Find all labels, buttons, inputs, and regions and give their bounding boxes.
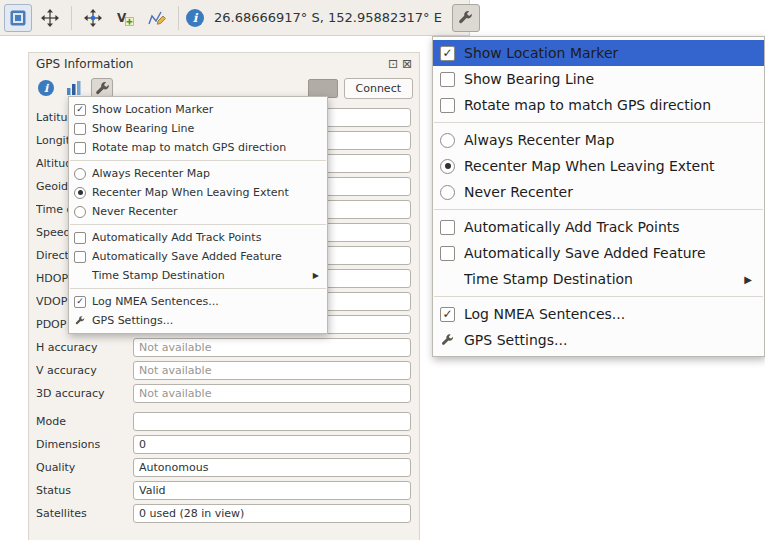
recenter-extent-button[interactable] <box>79 4 107 32</box>
wrench-icon <box>440 333 455 348</box>
menu-item-never-recenter[interactable]: Never Recenter <box>433 179 764 205</box>
submenu-arrow-icon: ▶ <box>744 274 752 285</box>
float-icon[interactable]: ⊡ <box>388 58 398 70</box>
add-track-point-icon <box>147 8 167 28</box>
checkbox-indicator <box>440 72 455 87</box>
checkbox-indicator <box>74 251 86 263</box>
menu-item-automatically-save-added-feature[interactable]: Automatically Save Added Feature <box>69 247 327 266</box>
field-row-mode: Mode <box>36 412 411 431</box>
menu-indent-spacer <box>440 272 455 287</box>
menu-item-log-nmea-sentences[interactable]: ✓Log NMEA Sentences... <box>69 292 327 311</box>
field-value-h-accuracy[interactable] <box>133 338 411 357</box>
checkbox-indicator <box>440 220 455 235</box>
menu-item-always-recenter-map[interactable]: Always Recenter Map <box>433 127 764 153</box>
recenter-map-button[interactable] <box>36 4 64 32</box>
menu-separator <box>434 209 763 210</box>
menu-item-automatically-add-track-points[interactable]: Automatically Add Track Points <box>69 228 327 247</box>
menu-separator <box>434 122 763 123</box>
menu-item-label: GPS Settings... <box>92 314 319 327</box>
menu-item-show-location-marker[interactable]: ✓Show Location Marker <box>69 100 327 119</box>
info-tab-button[interactable]: i <box>35 78 57 98</box>
add-vertex-button[interactable]: V <box>111 4 139 32</box>
toolbar-separator <box>178 6 179 30</box>
menu-item-show-bearing-line[interactable]: Show Bearing Line <box>69 119 327 138</box>
field-label: Quality <box>36 461 133 474</box>
signal-chart-icon <box>66 80 82 96</box>
field-label: V accuracy <box>36 364 133 377</box>
checkbox-indicator <box>440 98 455 113</box>
wrench-icon <box>95 81 110 96</box>
menu-item-rotate-map-to-match-gps-direction[interactable]: Rotate map to match GPS direction <box>69 138 327 157</box>
menu-item-show-bearing-line[interactable]: Show Bearing Line <box>433 66 764 92</box>
gps-coordinates: 26.68666917° S, 152.95882317° E <box>208 10 448 25</box>
menu-item-log-nmea-sentences[interactable]: ✓Log NMEA Sentences... <box>433 301 764 327</box>
gps-connection-icon <box>8 8 28 28</box>
wrench-icon <box>75 315 85 326</box>
add-vertex-icon: V <box>115 8 135 28</box>
checkbox-indicator: ✓ <box>440 46 455 61</box>
menu-item-label: Show Location Marker <box>92 103 319 116</box>
checkbox-indicator <box>440 246 455 261</box>
menu-item-label: Show Bearing Line <box>92 122 319 135</box>
field-value-quality[interactable] <box>133 458 411 477</box>
menu-item-rotate-map-to-match-gps-direction[interactable]: Rotate map to match GPS direction <box>433 92 764 118</box>
wrench-icon <box>74 315 86 327</box>
field-value-mode[interactable] <box>133 412 411 431</box>
field-row-h-accuracy: H accuracy <box>36 338 411 357</box>
menu-item-always-recenter-map[interactable]: Always Recenter Map <box>69 164 327 183</box>
field-label: Status <box>36 484 133 497</box>
menu-item-time-stamp-destination[interactable]: Time Stamp Destination▶ <box>69 266 327 285</box>
menu-item-label: Recenter Map When Leaving Extent <box>92 186 319 199</box>
field-value-satellites[interactable] <box>133 504 411 523</box>
add-track-point-button[interactable] <box>143 4 171 32</box>
device-indicator[interactable] <box>308 79 338 98</box>
gps-settings-button[interactable] <box>452 4 480 32</box>
menu-item-never-recenter[interactable]: Never Recenter <box>69 202 327 221</box>
menu-item-recenter-map-when-leaving-extent[interactable]: Recenter Map When Leaving Extent <box>69 183 327 202</box>
signal-chart-button[interactable] <box>63 78 85 98</box>
menu-item-automatically-add-track-points[interactable]: Automatically Add Track Points <box>433 214 764 240</box>
menu-separator <box>434 296 763 297</box>
menu-item-gps-settings[interactable]: GPS Settings... <box>433 327 764 353</box>
checkbox-indicator: ✓ <box>74 296 86 308</box>
gps-toolbar: V i 26.68666917° S, 152.95882317° E <box>0 0 470 36</box>
menu-item-label: Time Stamp Destination <box>464 271 735 287</box>
field-row-v-accuracy: V accuracy <box>36 361 411 380</box>
field-value-status[interactable] <box>133 481 411 500</box>
menu-item-label: Rotate map to match GPS direction <box>92 141 319 154</box>
field-row-3d-accuracy: 3D accuracy <box>36 384 411 403</box>
field-label: H accuracy <box>36 341 133 354</box>
menu-item-label: Log NMEA Sentences... <box>464 306 752 322</box>
checkbox-indicator: ✓ <box>440 307 455 322</box>
menu-item-time-stamp-destination[interactable]: Time Stamp Destination▶ <box>433 266 764 292</box>
gps-connection-button[interactable] <box>4 4 32 32</box>
field-value-v-accuracy[interactable] <box>133 361 411 380</box>
checkbox-indicator <box>74 123 86 135</box>
panel-titlebar: GPS Information ⊡ ⊠ <box>29 53 419 75</box>
field-value-dimensions[interactable] <box>133 435 411 454</box>
panel-settings-button[interactable] <box>91 78 113 98</box>
field-value-3d-accuracy[interactable] <box>133 384 411 403</box>
menu-item-label: Never Recenter <box>464 184 752 200</box>
info-icon: i <box>186 9 204 27</box>
radio-indicator <box>74 187 86 199</box>
menu-item-label: GPS Settings... <box>464 332 752 348</box>
menu-item-label: Log NMEA Sentences... <box>92 295 319 308</box>
menu-item-recenter-map-when-leaving-extent[interactable]: Recenter Map When Leaving Extent <box>433 153 764 179</box>
menu-item-label: Always Recenter Map <box>464 132 752 148</box>
close-icon[interactable]: ⊠ <box>402 58 412 70</box>
menu-item-gps-settings[interactable]: GPS Settings... <box>69 311 327 330</box>
field-label: 3D accuracy <box>36 387 133 400</box>
menu-item-automatically-save-added-feature[interactable]: Automatically Save Added Feature <box>433 240 764 266</box>
connect-button[interactable]: Connect <box>344 78 413 99</box>
submenu-arrow-icon: ▶ <box>313 271 319 280</box>
panel-title: GPS Information <box>36 57 384 71</box>
radio-indicator <box>74 168 86 180</box>
field-row-dimensions: Dimensions <box>36 435 411 454</box>
field-label: Dimensions <box>36 438 133 451</box>
gps-settings-menu-large: ✓Show Location MarkerShow Bearing LineRo… <box>432 36 765 357</box>
menu-item-show-location-marker[interactable]: ✓Show Location Marker <box>433 40 764 66</box>
field-row-satellites: Satellites <box>36 504 411 523</box>
menu-indent-spacer <box>74 270 86 282</box>
recenter-map-icon <box>40 8 60 28</box>
